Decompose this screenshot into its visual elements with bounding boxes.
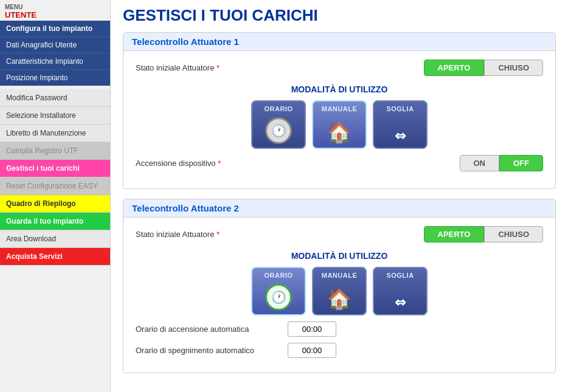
attuatore2-stato-label: Stato iniziale Attuatore * [136, 230, 220, 239]
attuatore2-stato-toggle: APERTO CHIUSO [424, 226, 544, 242]
sidebar-item-posizione[interactable]: Posizione Impianto [0, 69, 110, 86]
sidebar-item-acquista-servizi[interactable]: Acquista Servizi [0, 248, 110, 266]
sidebar-item-gestisci-carichi[interactable]: Gestisci i tuoi carichi [0, 160, 110, 177]
attuatore1-header: Telecontrollo Attuatore 1 [123, 33, 555, 51]
attuatore2-mode-soglia[interactable]: SOGLIA ⇔ [373, 267, 428, 315]
attuatore2-spegnimento-label: Orario di spegnimento automatico [136, 346, 288, 355]
attuatore2-stato-aperto[interactable]: APERTO [424, 226, 485, 242]
attuatore1-mode-orario-label: ORARIO [265, 105, 293, 112]
attuatore2-body: Stato iniziale Attuatore * APERTO CHIUSO… [123, 218, 555, 373]
attuatore1-mode-section: MODALITÀ DI UTILIZZO ORARIO 🕐 MANUALE 🏠 [136, 84, 543, 149]
attuatore1-stato-toggle: APERTO CHIUSO [424, 60, 544, 76]
attuatore2-card: Telecontrollo Attuatore 2 Stato iniziale… [123, 199, 556, 373]
sidebar-item-compila-registro: Compila Registro UTF [0, 142, 110, 160]
attuatore1-house-icon: 🏠 [327, 121, 352, 144]
attuatore2-mode-section: MODALITÀ DI UTILIZZO ORARIO 🕐 MANUALE 🏠 [136, 251, 543, 315]
attuatore2-mode-manuale[interactable]: MANUALE 🏠 [312, 267, 367, 315]
attuatore2-header: Telecontrollo Attuatore 2 [123, 199, 555, 218]
main-content: GESTISCI I TUOI CARICHI Telecontrollo At… [111, 0, 568, 392]
sidebar-item-reset-easy[interactable]: Reset Configurazione EASY [0, 177, 110, 195]
attuatore2-mode-buttons: ORARIO 🕐 MANUALE 🏠 SOGLIA ⇔ [136, 267, 543, 315]
attuatore1-stato-aperto[interactable]: APERTO [424, 60, 485, 76]
attuatore1-onoff-toggle: ON OFF [460, 155, 544, 171]
attuatore2-stato-required: * [216, 230, 220, 239]
attuatore2-stato-chiuso[interactable]: CHIUSO [484, 226, 543, 242]
menu-label: MENU [5, 4, 105, 10]
sidebar-item-quadro-riepilogo[interactable]: Quadro di Riepilogo [0, 195, 110, 213]
attuatore1-stato-label: Stato iniziale Attuatore * [136, 63, 220, 72]
attuatore2-accensione-input[interactable] [288, 322, 336, 337]
attuatore1-stato-row: Stato iniziale Attuatore * APERTO CHIUSO [136, 60, 543, 76]
attuatore2-clock-icon: 🕐 [265, 284, 292, 311]
attuatore2-house-icon: 🏠 [327, 287, 352, 311]
attuatore1-off-button[interactable]: OFF [499, 155, 543, 171]
attuatore2-mode-orario[interactable]: ORARIO 🕐 [251, 267, 306, 315]
attuatore2-mode-title: MODALITÀ DI UTILIZZO [136, 251, 543, 261]
sidebar-item-caratteristiche[interactable]: Caratteristiche Impianto [0, 53, 110, 69]
attuatore1-accensione-label: Accensione dispositivo * [136, 159, 221, 168]
sidebar-item-dati-anagrafici[interactable]: Dati Anagrafici Utente [0, 36, 110, 53]
attuatore1-arrows-icon: ⇔ [395, 128, 406, 144]
sidebar-section-configura[interactable]: Configura il tuo impianto [0, 21, 110, 36]
attuatore1-mode-orario[interactable]: ORARIO 🕐 [251, 100, 306, 149]
attuatore1-stato-required: * [216, 63, 220, 72]
attuatore2-arrows-icon: ⇔ [395, 295, 406, 311]
attuatore1-on-button[interactable]: ON [460, 155, 500, 171]
attuatore2-mode-manuale-label: MANUALE [322, 272, 358, 279]
attuatore2-mode-orario-label: ORARIO [265, 272, 293, 279]
attuatore1-mode-soglia[interactable]: SOGLIA ⇔ [373, 100, 428, 149]
menu-user: UTENTE [5, 10, 105, 19]
attuatore1-body: Stato iniziale Attuatore * APERTO CHIUSO… [123, 51, 555, 188]
attuatore1-stato-chiuso[interactable]: CHIUSO [484, 60, 543, 76]
sidebar-item-area-download[interactable]: Area Download [0, 230, 110, 248]
sidebar-item-libretto-manutenzione[interactable]: Libretto di Manutenzione [0, 125, 110, 142]
attuatore1-mode-buttons: ORARIO 🕐 MANUALE 🏠 SOGLIA ⇔ [136, 100, 543, 149]
attuatore2-accensione-label: Orario di accensione automatica [136, 325, 288, 334]
attuatore1-clock-icon: 🕐 [265, 117, 292, 144]
attuatore1-mode-manuale-label: MANUALE [322, 105, 358, 112]
page-title: GESTISCI I TUOI CARICHI [123, 6, 556, 25]
attuatore1-mode-soglia-label: SOGLIA [386, 105, 414, 112]
attuatore2-spegnimento-row: Orario di spegnimento automatico [136, 343, 543, 358]
sidebar-item-guarda-impianto[interactable]: Guarda il tuo impianto [0, 213, 110, 230]
attuatore2-stato-row: Stato iniziale Attuatore * APERTO CHIUSO [136, 226, 543, 242]
attuatore2-mode-soglia-label: SOGLIA [386, 272, 414, 279]
sidebar: MENU UTENTE Configura il tuo impianto Da… [0, 0, 111, 392]
attuatore1-mode-manuale[interactable]: MANUALE 🏠 [312, 100, 367, 149]
attuatore1-accensione-required: * [218, 159, 221, 168]
attuatore1-mode-title: MODALITÀ DI UTILIZZO [136, 84, 543, 94]
sidebar-item-selezione-installatore[interactable]: Selezione Installatore [0, 107, 110, 125]
attuatore1-accensione-row: Accensione dispositivo * ON OFF [136, 155, 543, 171]
sidebar-item-modifica-password[interactable]: Modifica Password [0, 89, 110, 107]
attuatore2-accensione-row: Orario di accensione automatica [136, 322, 543, 337]
attuatore2-spegnimento-input[interactable] [288, 343, 336, 358]
attuatore1-card: Telecontrollo Attuatore 1 Stato iniziale… [123, 32, 556, 189]
